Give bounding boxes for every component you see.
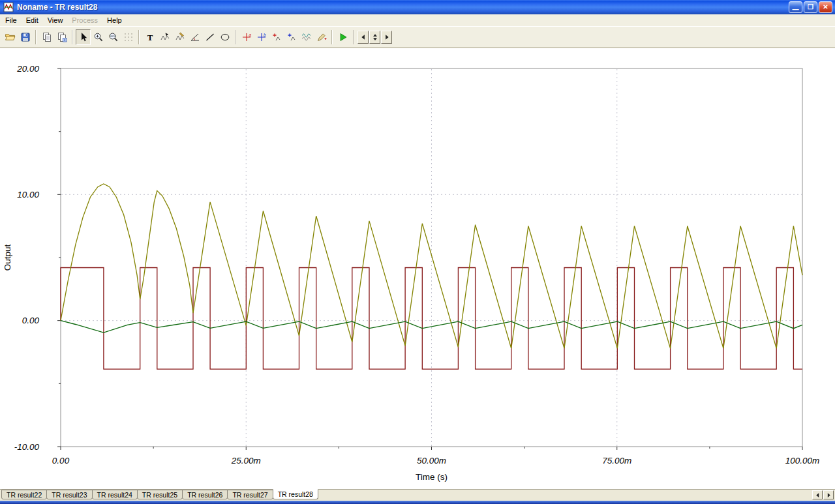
y-tick-label: 20.00: [16, 64, 39, 74]
floppy-icon: [20, 32, 31, 42]
annotate-pen-button[interactable]: [314, 29, 329, 45]
select-curve-icon: [160, 32, 170, 42]
slope-tool-icon: [190, 32, 200, 42]
maximize-button[interactable]: ❐: [804, 1, 817, 13]
toolbar-separator: [331, 30, 333, 44]
y-axis-title: Output: [3, 244, 12, 271]
page-prev-button[interactable]: [357, 31, 369, 44]
tab-tr-result27[interactable]: TR result27: [227, 490, 273, 499]
cursor-a-icon: a: [241, 32, 252, 42]
minimize-button[interactable]: —: [789, 1, 802, 13]
grid-toggle-button[interactable]: [121, 29, 136, 45]
select-curve-button[interactable]: [157, 29, 172, 45]
tab-tr-result23[interactable]: TR result23: [46, 490, 92, 499]
svg-text:b: b: [264, 32, 266, 37]
edit-curve-button[interactable]: [172, 29, 187, 45]
arrow-cursor-icon: [78, 32, 89, 42]
x-tick-label: 75.00m: [602, 456, 631, 466]
cursor-b-icon: b: [256, 32, 267, 42]
arrow-left-icon: [359, 33, 367, 41]
menu-help[interactable]: Help: [102, 15, 127, 25]
tab-scroll-left-button[interactable]: [812, 490, 823, 499]
tab-tr-result25[interactable]: TR result25: [137, 490, 183, 499]
x-tick-label: 0.00: [52, 456, 70, 466]
grid-icon: [123, 32, 134, 42]
tab-scroll-right-button[interactable]: [823, 490, 834, 499]
x-tick-label: 100.00m: [785, 456, 820, 466]
add-marker-a-button[interactable]: [269, 29, 284, 45]
line-tool-icon: [205, 32, 215, 42]
scroll-right-icon: [826, 492, 832, 498]
arrow-right-icon: [383, 33, 391, 41]
add-marker-b-button[interactable]: [284, 29, 299, 45]
title-bar[interactable]: Noname - TR result28 — ❐ ✕: [0, 0, 835, 14]
toolbar-separator: [138, 30, 140, 44]
close-button[interactable]: ✕: [819, 1, 832, 13]
window-controls: — ❐ ✕: [789, 1, 832, 13]
edit-curve-icon: [175, 32, 185, 42]
cursor-a-button[interactable]: a: [239, 29, 254, 45]
add-marker-b-icon: [286, 32, 297, 42]
zoom-100-icon: 100%: [108, 32, 119, 42]
waveform-chart[interactable]: 0.0025.00m50.00m75.00m100.00m20.0010.000…: [0, 48, 835, 489]
save-button[interactable]: [18, 29, 33, 45]
line-tool-button[interactable]: [202, 29, 217, 45]
svg-text:T: T: [147, 32, 153, 42]
toolbar-separator: [72, 30, 73, 44]
zoom-in-icon: [93, 32, 104, 42]
open-button[interactable]: [3, 29, 18, 45]
x-axis-title: Time (s): [416, 472, 448, 482]
toolbar-separator: [235, 30, 236, 44]
copy-special-icon: [57, 32, 67, 42]
close-icon: ✕: [823, 4, 828, 10]
menu-file[interactable]: File: [1, 15, 22, 25]
window-bottom-edge: [0, 501, 835, 504]
show-curves-icon: [301, 32, 312, 42]
select-cursor-button[interactable]: [76, 29, 91, 45]
menu-edit[interactable]: Edit: [22, 15, 43, 25]
y-tick-label: 10.00: [17, 190, 39, 200]
add-marker-a-icon: [271, 32, 282, 42]
cursor-b-button[interactable]: b: [254, 29, 269, 45]
copy-special-button[interactable]: [54, 29, 69, 45]
ellipse-tool-button[interactable]: [217, 29, 232, 45]
maximize-icon: ❐: [808, 4, 813, 10]
y-tick-label: 0.00: [22, 316, 40, 325]
app-icon: [3, 2, 14, 12]
tab-tr-result22[interactable]: TR result22: [1, 490, 47, 499]
slope-tool-button[interactable]: [187, 29, 202, 45]
show-curves-button[interactable]: [299, 29, 314, 45]
x-tick-label: 50.00m: [417, 456, 446, 466]
svg-text:100%: 100%: [109, 35, 115, 38]
scroll-left-icon: [815, 492, 821, 498]
copy-button[interactable]: [39, 29, 54, 45]
page-next-button[interactable]: [381, 31, 392, 44]
tab-scroll-controls: [812, 490, 834, 499]
open-folder-icon: [5, 31, 16, 42]
text-tool-icon: T: [145, 32, 155, 42]
menu-bar: File Edit View Process Help: [0, 14, 835, 27]
zoom-in-button[interactable]: [91, 29, 106, 45]
tab-tr-result26[interactable]: TR result26: [182, 490, 228, 499]
x-tick-label: 25.00m: [231, 456, 261, 466]
chart-client-area: 0.0025.00m50.00m75.00m100.00m20.0010.000…: [0, 48, 835, 489]
menu-process: Process: [67, 15, 102, 25]
annotate-pen-icon: [316, 32, 327, 42]
window-title: Noname - TR result28: [17, 3, 789, 12]
svg-text:a: a: [249, 32, 251, 37]
menu-view[interactable]: View: [43, 15, 68, 25]
ellipse-tool-icon: [220, 32, 230, 42]
y-tick-label: -10.00: [14, 442, 40, 452]
copy-icon: [42, 32, 52, 42]
minimize-icon: —: [793, 7, 799, 13]
result-tab-bar: TR result22 TR result23 TR result24 TR r…: [0, 489, 835, 500]
page-spinner[interactable]: [369, 31, 380, 44]
zoom-100-button[interactable]: 100%: [106, 29, 121, 45]
tab-tr-result24[interactable]: TR result24: [92, 490, 138, 499]
toolbar: 100% T: [0, 27, 835, 48]
run-icon: [338, 32, 348, 42]
spinner-up-down-icon: [371, 33, 379, 42]
run-button[interactable]: [335, 29, 350, 45]
text-tool-button[interactable]: T: [142, 29, 157, 45]
tab-tr-result28[interactable]: TR result28: [273, 489, 318, 499]
